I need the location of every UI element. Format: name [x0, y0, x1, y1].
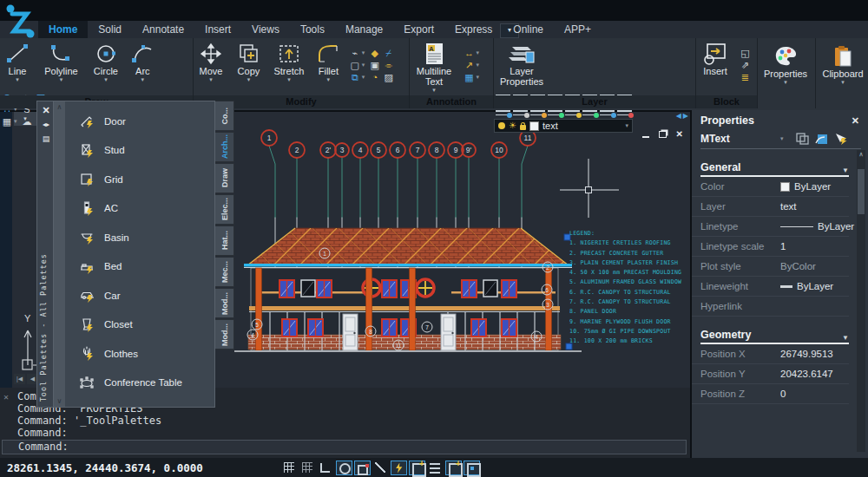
property-row-lineweight[interactable]: Lineweight ByLayer	[692, 277, 849, 297]
offset-tool-icon[interactable]: ▣	[368, 59, 382, 71]
scale-tool-icon[interactable]: ▨	[382, 71, 396, 83]
properties-button[interactable]: Properties▾	[758, 38, 813, 85]
lineweight-toggle-icon[interactable]	[409, 461, 425, 475]
palette-tab-command[interactable]: Co...	[215, 101, 234, 131]
grid-toggle-icon[interactable]	[299, 461, 316, 475]
quick-select-icon[interactable]	[814, 133, 828, 145]
object-type-dropdown[interactable]: MText	[700, 133, 780, 145]
tab-views[interactable]: Views	[241, 21, 290, 38]
circle-button[interactable]: Circle▾	[88, 38, 124, 82]
palette-item-car[interactable]: Car	[65, 281, 214, 310]
palette-item-ac[interactable]: AC	[65, 194, 214, 224]
palette-scrollbar[interactable]: ∧∨	[54, 101, 65, 407]
property-row-position-y[interactable]: Position Y 20423.6147	[692, 364, 849, 384]
tab-online[interactable]: Online	[503, 21, 554, 38]
attribute-list-tool-icon[interactable]: ≣	[738, 71, 752, 83]
tab-tools[interactable]: Tools	[290, 21, 335, 38]
command-close-icon[interactable]: ✕	[3, 392, 9, 402]
palette-tab-modeling-2[interactable]: Mod...	[215, 319, 234, 350]
arc-button[interactable]: Arc▾	[128, 38, 157, 82]
toggle-pickadd-icon[interactable]	[796, 133, 809, 145]
property-row-layer[interactable]: Layer text	[692, 197, 849, 217]
rotate-tool-icon[interactable]: ◔	[368, 71, 382, 83]
property-row-linetype[interactable]: Linetype ByLayer	[692, 217, 849, 237]
select-objects-icon[interactable]	[833, 133, 848, 145]
extend-tool-icon[interactable]: ⌯	[382, 59, 396, 71]
dynamic-input-toggle-icon[interactable]	[391, 461, 407, 475]
palette-item-clothes[interactable]: Clothes	[65, 339, 214, 369]
copy-button[interactable]: Copy▾	[232, 38, 265, 82]
annotation-scale-icon[interactable]	[445, 461, 462, 475]
polyline-button[interactable]: Polyline▾	[38, 38, 83, 82]
hatch-tool-icon[interactable]: ▦	[0, 115, 14, 127]
palette-item-stud[interactable]: Stud	[65, 136, 214, 166]
property-row-position-z[interactable]: Position Z 0	[692, 384, 849, 404]
dimension-tool-icon[interactable]: ↔	[462, 47, 476, 59]
explode-tool-icon[interactable]: ◆	[368, 47, 382, 59]
property-row-linetype-scale[interactable]: Linetype scale 1	[692, 237, 849, 257]
properties-close-icon[interactable]: ✕	[852, 115, 859, 127]
palette-tab-mechanical[interactable]: Mec...	[215, 257, 234, 287]
palette-item-basin[interactable]: Basin	[65, 223, 214, 252]
mirror-tool-icon[interactable]: ⧉	[348, 71, 362, 83]
chevron-down-icon[interactable]: ▾	[780, 135, 784, 142]
palette-tab-architecture[interactable]: Arch...	[215, 132, 234, 162]
tab-app-plus[interactable]: APP+	[554, 21, 602, 38]
break-tool-icon[interactable]: ⌁	[348, 47, 362, 59]
section-geometry[interactable]: Geometry▼	[700, 329, 849, 344]
properties-scrollbar[interactable]: ∧	[857, 150, 865, 452]
move-button[interactable]: Move▾	[194, 38, 228, 82]
leader-tool-icon[interactable]: ↗	[462, 59, 476, 71]
tab-manage[interactable]: Manage	[335, 21, 393, 38]
trim-tool-icon[interactable]: ⌿	[382, 47, 396, 59]
line-button[interactable]: Line▾	[0, 38, 35, 82]
tab-home[interactable]: Home	[38, 21, 88, 38]
polar-toggle-icon[interactable]	[336, 461, 352, 475]
drawing-close-icon[interactable]: ✕	[676, 129, 683, 139]
snap-toggle-icon[interactable]	[281, 461, 298, 475]
tab-express[interactable]: Express	[444, 21, 503, 38]
stretch-button[interactable]: Stretch▾	[269, 38, 309, 82]
revision-cloud-tool-icon[interactable]: ☁	[20, 115, 34, 127]
tool-palettes-titlebar[interactable]: ✕ ◂▸ ▤ Tool Palettes - All Palettes	[36, 101, 54, 408]
palette-item-conference-table[interactable]: Conference Table	[65, 369, 214, 398]
fillet-button[interactable]: Fillet▾	[312, 38, 344, 82]
layer-properties-button[interactable]: Layer Properties	[494, 38, 549, 87]
palette-tab-draw[interactable]: Draw	[215, 163, 234, 193]
command-input[interactable]: Command:	[2, 440, 687, 454]
tab-annotate[interactable]: Annotate	[132, 21, 194, 38]
palette-item-closet[interactable]: Closet	[65, 310, 214, 340]
tab-solid[interactable]: Solid	[88, 21, 132, 38]
property-row-color[interactable]: Color ByLayer	[692, 177, 849, 197]
palette-item-door[interactable]: Door	[65, 107, 214, 136]
ortho-toggle-icon[interactable]	[318, 461, 334, 475]
property-row-hyperlink[interactable]: Hyperlink	[692, 297, 849, 317]
palette-tab-electrical[interactable]: Elec...	[215, 194, 234, 225]
multiline-text-button[interactable]: A Multiline Text▾	[410, 38, 458, 93]
drawing-restore-icon[interactable]	[659, 129, 667, 139]
otrack-toggle-icon[interactable]	[372, 461, 389, 475]
property-row-plot-style[interactable]: Plot style ByColor	[692, 257, 849, 277]
palette-tab-hatch[interactable]: Hat...	[215, 225, 234, 256]
insert-button[interactable]: Insert	[696, 38, 734, 76]
table-tool-icon[interactable]: ▦	[462, 71, 476, 83]
palette-tab-modeling-1[interactable]: Mod...	[215, 288, 234, 318]
palette-menu-icon[interactable]: ▤	[40, 134, 52, 143]
palette-autohide-icon[interactable]: ◂▸	[40, 121, 52, 128]
property-row-position-x[interactable]: Position X 26749.9513	[692, 344, 849, 364]
osnap-toggle-icon[interactable]	[354, 461, 371, 475]
layer-dropdown[interactable]: ☀ text ▾	[494, 119, 633, 133]
first-layout-icon[interactable]: |◀	[14, 374, 25, 384]
drawing-minimize-icon[interactable]	[642, 129, 649, 139]
palette-item-grid[interactable]: Grid	[65, 165, 214, 194]
section-general[interactable]: General▼	[700, 161, 849, 177]
clipboard-button[interactable]: Clipboard▾	[816, 38, 868, 85]
rectangle-array-tool-icon[interactable]: ▢	[348, 59, 362, 71]
tab-insert[interactable]: Insert	[194, 21, 241, 38]
model-space-icon[interactable]	[464, 461, 480, 475]
create-block-tool-icon[interactable]: ◱	[738, 47, 752, 59]
edit-block-tool-icon[interactable]: ⇗	[738, 59, 752, 71]
tab-export[interactable]: Export	[393, 21, 444, 38]
palette-close-icon[interactable]: ✕	[40, 105, 52, 116]
palette-item-bed[interactable]: Bed	[65, 252, 214, 282]
